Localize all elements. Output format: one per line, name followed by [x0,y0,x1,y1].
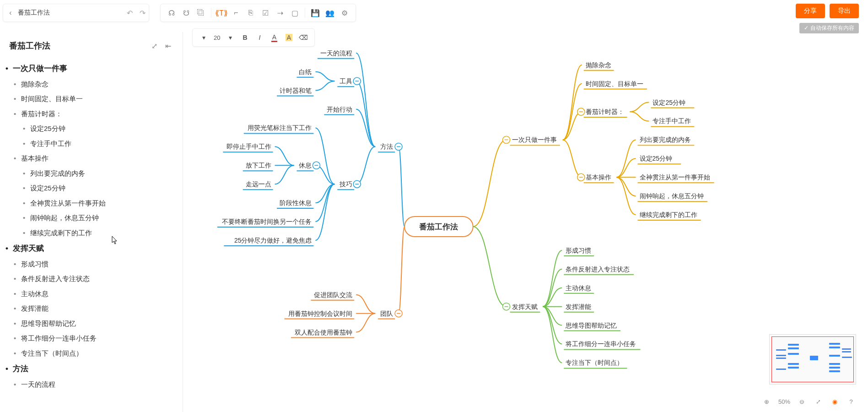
outline-item[interactable]: 形成习惯 [0,257,178,272]
bold-button[interactable]: B [238,31,251,44]
export-button[interactable]: 导出 [830,4,859,18]
structure-icon[interactable]: ⟪T⟫ [214,5,229,20]
callout-icon[interactable]: ⌐ [229,5,243,20]
svg-text:基本操作: 基本操作 [586,173,611,181]
outline-item[interactable]: 设定25分钟 [0,121,178,136]
font-family-dropdown[interactable]: ▾ [197,31,210,44]
svg-text:25分钟尽力做好，避免焦虑: 25分钟尽力做好，避免焦虑 [234,237,312,244]
collapse-toggle[interactable] [577,173,585,181]
outline-item[interactable]: 设定25分钟 [0,181,178,196]
outline-item[interactable]: 专注当下（时间点） [0,346,178,361]
outline-item[interactable]: 列出要完成的内务 [0,166,178,181]
main-toolbar: ☊ ☋ ⿻ ⟪T⟫ ⌐ ⎘ ☑ ⇢ ▢ 💾 👥 ⚙ [160,4,356,22]
outline-item[interactable]: 时间固定、目标单一 [0,92,178,107]
svg-text:番茄计时器：: 番茄计时器： [586,108,624,115]
autosave-badge: ✓自动保存所有内容 [799,23,859,33]
doc-title: 番茄工作法 [18,9,123,17]
collapse-icon[interactable]: ⇤ [162,40,173,51]
mindmap-canvas[interactable]: 番茄工作法一次只做一件事抛除杂念时间固定、目标单一番茄计时器：设定25分钟专注手… [183,50,868,412]
attachment-icon[interactable]: ⎘ [243,5,258,20]
svg-text:团队: 团队 [380,310,393,317]
collapse-toggle[interactable] [503,136,510,143]
svg-text:将工作细分一连串小任务: 将工作细分一连串小任务 [565,340,636,347]
svg-text:放下工作: 放下工作 [246,162,271,169]
svg-text:白纸: 白纸 [299,68,312,76]
svg-text:促进团队交流: 促进团队交流 [314,291,352,298]
outline-item[interactable]: 全神贯注从第一件事开始 [0,196,178,211]
zoom-in-button[interactable]: ⊕ [762,396,772,407]
svg-text:计时器和笔: 计时器和笔 [280,87,312,94]
svg-text:即停止手中工作: 即停止手中工作 [226,143,271,150]
svg-text:条件反射进入专注状态: 条件反射进入专注状态 [566,266,630,273]
svg-text:方法: 方法 [380,143,393,150]
outline-item[interactable]: 将工作细分一连串小任务 [0,331,178,346]
fit-screen-button[interactable]: ⤢ [813,396,823,407]
svg-text:抛除杂念: 抛除杂念 [586,61,611,69]
header-actions: 分享 导出 [796,4,859,18]
zoom-out-button[interactable]: ⊖ [797,396,807,407]
font-color-button[interactable]: A [268,31,280,44]
outline-item[interactable]: 继续完成剩下的工作 [0,226,178,241]
outline-item[interactable]: 番茄计时器： [0,107,178,122]
settings-icon[interactable]: ⚙ [337,5,352,20]
highlight-color-button[interactable]: A [282,31,295,44]
task-icon[interactable]: ☑ [258,5,273,20]
expand-icon[interactable]: ⤢ [149,40,160,51]
outline-item[interactable]: 方法 [0,361,178,377]
undo-button[interactable]: ↶ [123,6,136,19]
svg-text:技巧: 技巧 [339,180,352,188]
svg-text:时间固定、目标单一: 时间固定、目标单一 [586,80,643,87]
outline-item[interactable]: 专注手中工作 [0,136,178,152]
font-size-dropdown[interactable]: ▾ [224,31,237,44]
svg-text:用番茄钟控制会议时间: 用番茄钟控制会议时间 [288,310,352,317]
outline-item[interactable]: 闹钟响起，休息五分钟 [0,211,178,226]
format-toolbar: ▾ 20 ▾ B I A A ⌫ [192,28,315,47]
svg-text:闹钟响起，休息五分钟: 闹钟响起，休息五分钟 [640,192,704,200]
svg-text:思维导图帮助记忆: 思维导图帮助记忆 [565,322,617,329]
collapse-toggle[interactable] [503,303,510,310]
outline-title: 番茄工作法 [9,40,50,51]
add-subtopic-icon[interactable]: ☊ [164,5,179,20]
outline-item[interactable]: 一天的流程 [0,377,178,392]
outline-item[interactable]: 抛除杂念 [0,77,178,92]
outline-item[interactable]: 思维导图帮助记忆 [0,316,178,331]
collapse-toggle[interactable] [353,77,361,85]
boundary-icon[interactable]: ▢ [287,5,302,20]
collapse-toggle[interactable] [313,162,320,169]
collapse-toggle[interactable] [577,108,585,115]
collab-icon[interactable]: 👥 [323,5,337,20]
svg-text:发挥潜能: 发挥潜能 [566,303,591,310]
zoom-percent: 50% [778,398,790,405]
collapse-toggle[interactable] [395,310,402,317]
svg-text:用荧光笔标注当下工作: 用荧光笔标注当下工作 [248,124,312,131]
font-size-value[interactable]: 20 [212,34,222,41]
save-icon[interactable]: 💾 [308,5,323,20]
back-button[interactable]: ‹ [3,5,18,20]
clear-format-button[interactable]: ⌫ [297,31,310,44]
collapse-toggle[interactable] [395,143,402,150]
redo-button[interactable]: ↷ [136,6,149,19]
outline-item[interactable]: 一次只做一件事 [0,60,178,77]
zoom-controls: ⊕ 50% ⊖ ⤢ ◉ ? [762,396,856,407]
view-mode-button[interactable]: ◉ [830,396,840,407]
add-sibling-icon[interactable]: ☋ [179,5,194,20]
help-button[interactable]: ? [846,396,856,407]
svg-text:设定25分钟: 设定25分钟 [652,99,685,106]
italic-button[interactable]: I [253,31,266,44]
outline-item[interactable]: 主动休息 [0,287,178,302]
svg-text:继续完成剩下的工作: 继续完成剩下的工作 [640,211,697,218]
share-button[interactable]: 分享 [796,4,825,18]
outline-item[interactable]: 发挥潜能 [0,301,178,316]
add-floating-icon[interactable]: ⿻ [194,5,208,20]
svg-text:一次只做一件事: 一次只做一件事 [512,136,557,143]
outline-item[interactable]: 基本操作 [0,151,178,166]
svg-text:全神贯注从第一件事开始: 全神贯注从第一件事开始 [640,173,710,181]
collapse-toggle[interactable] [353,180,361,188]
svg-text:发挥天赋: 发挥天赋 [512,303,538,310]
minimap[interactable] [769,334,856,385]
relation-icon[interactable]: ⇢ [273,5,287,20]
outline-item[interactable]: 条件反射进入专注状态 [0,271,178,287]
svg-text:专注手中工作: 专注手中工作 [652,117,691,125]
outline-item[interactable]: 发挥天赋 [0,240,178,257]
svg-text:专注当下（时间点）: 专注当下（时间点） [566,359,623,366]
